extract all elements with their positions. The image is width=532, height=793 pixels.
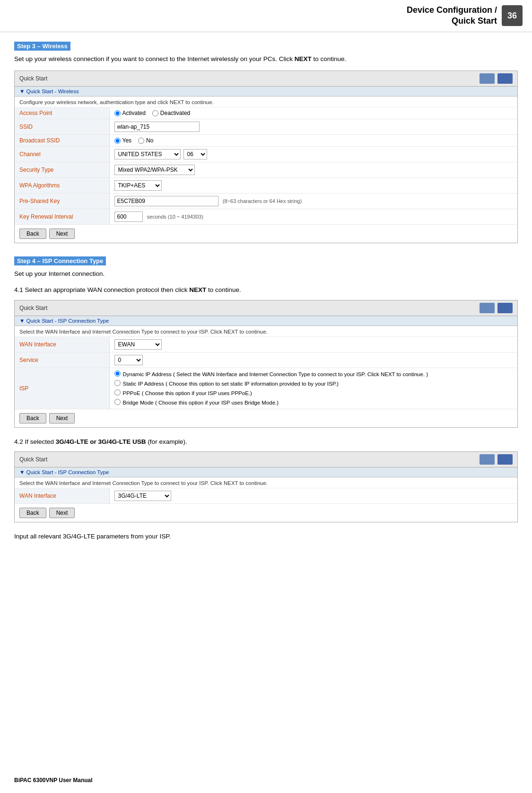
step41-next-button[interactable]: Next: [49, 413, 75, 423]
security-type-select[interactable]: Mixed WPA2/WPA-PSK: [114, 165, 195, 175]
isp-option-static[interactable]: Static IP Address ( Choose this option t…: [114, 380, 513, 388]
field-label-key-renewal: Key Renewal Interval: [15, 209, 109, 225]
step41-back-button[interactable]: Back: [19, 413, 46, 423]
sub41-description: 4.1 Select an appropriate WAN connection…: [14, 285, 518, 295]
field-value-service: 0: [109, 352, 517, 368]
step3-panel-title: Quick Start: [19, 75, 47, 82]
step41-panel-title: Quick Start: [19, 305, 47, 311]
field-value-wpa-algorithms: TKIP+AES: [109, 178, 517, 194]
step42-form-table: WAN Interface 3G/4G-LTE: [15, 488, 517, 504]
table-row: SSID: [15, 119, 517, 135]
radio-no-input[interactable]: [138, 138, 144, 144]
table-row: Access Point Activated Deactivated: [15, 107, 517, 119]
step3-form-table: Access Point Activated Deactivated: [15, 107, 517, 225]
page-footer: BiPAC 6300VNP User Manual: [14, 777, 93, 784]
pre-shared-key-hint: (8~63 characters or 64 Hex string): [223, 198, 302, 204]
main-content: Step 3 – Wireless Set up your wireless c…: [0, 32, 532, 569]
field-label-wpa-algorithms: WPA Algorithms: [15, 178, 109, 194]
wan-interface-42-select[interactable]: 3G/4G-LTE: [114, 491, 171, 501]
step3-section: Step 3 – Wireless Set up your wireless c…: [14, 42, 518, 243]
step4-panel-2: Quick Start ▼ Quick Start - ISP Connecti…: [14, 451, 518, 522]
step3-panel-titlebar: Quick Start: [15, 71, 517, 87]
step3-back-button[interactable]: Back: [19, 229, 46, 239]
isp-option-dynamic[interactable]: Dynamic IP Address ( Select the WAN Inte…: [114, 370, 513, 378]
field-value-channel: UNITED STATES 06: [109, 147, 517, 162]
isp-option-bridge[interactable]: Bridge Mode ( Choose this option if your…: [114, 399, 513, 406]
step3-panel: Quick Start ▼ Quick Start - Wireless Con…: [14, 70, 518, 243]
field-label-channel: Channel: [15, 147, 109, 162]
channel-number-select[interactable]: 06: [183, 149, 207, 159]
field-value-pre-shared-key: (8~63 characters or 64 Hex string): [109, 194, 517, 209]
field-label-wan-interface-42: WAN Interface: [15, 488, 109, 504]
titlebar41-icon-2: [497, 303, 513, 313]
step42-panel-title: Quick Start: [19, 456, 47, 463]
field-label-ssid: SSID: [15, 119, 109, 135]
step41-panel-inner-header: ▼ Quick Start - ISP Connection Type: [15, 316, 517, 326]
radio-deactivated[interactable]: Deactivated: [152, 110, 190, 116]
isp-bridge-radio[interactable]: [114, 399, 121, 405]
step42-back-button[interactable]: Back: [19, 508, 46, 518]
isp-options: Dynamic IP Address ( Select the WAN Inte…: [114, 370, 513, 406]
step42-panel-subtitle: Select the WAN Interface and Internet Co…: [15, 477, 517, 488]
table-row: ISP Dynamic IP Address ( Select the WAN …: [15, 368, 517, 409]
channel-country-select[interactable]: UNITED STATES: [114, 149, 181, 159]
isp-option-pppoe[interactable]: PPPoE ( Choose this option if your ISP u…: [114, 389, 513, 397]
step4-heading: Step 4 – ISP Connection Type: [14, 256, 106, 265]
panel42-titlebar-icons: [480, 454, 513, 465]
isp-static-radio[interactable]: [114, 380, 121, 386]
page-title: Device Configuration / Quick Start: [407, 5, 497, 27]
table-row: Channel UNITED STATES 06: [15, 147, 517, 162]
titlebar41-icon-1: [480, 303, 495, 313]
radio-activated[interactable]: Activated: [114, 110, 146, 116]
pre-shared-key-input[interactable]: [114, 196, 218, 206]
channel-group: UNITED STATES 06: [114, 149, 513, 159]
wpa-algorithms-select[interactable]: TKIP+AES: [114, 180, 162, 191]
step41-panel-subtitle: Select the WAN Interface and Internet Co…: [15, 326, 517, 337]
step3-panel-subtitle: Configure your wireless network, authent…: [15, 97, 517, 107]
step4-panel-1: Quick Start ▼ Quick Start - ISP Connecti…: [14, 300, 518, 428]
radio-activated-input[interactable]: [114, 110, 121, 116]
radio-deactivated-input[interactable]: [152, 110, 158, 116]
table-row: WPA Algorithms TKIP+AES: [15, 178, 517, 194]
field-value-key-renewal: seconds (10 ~ 4194303): [109, 209, 517, 225]
field-label-access-point: Access Point: [15, 107, 109, 119]
titlebar-icon-2: [497, 73, 513, 84]
radio-yes[interactable]: Yes: [114, 137, 132, 144]
field-label-service: Service: [15, 352, 109, 368]
step42-panel-inner-header: ▼ Quick Start - ISP Connection Type: [15, 467, 517, 477]
titlebar42-icon-1: [480, 454, 495, 465]
field-label-security-type: Security Type: [15, 162, 109, 178]
wan-interface-select[interactable]: EWAN: [114, 339, 162, 350]
isp-dynamic-radio[interactable]: [114, 370, 121, 377]
field-value-ssid: [109, 119, 517, 135]
key-renewal-hint: seconds (10 ~ 4194303): [147, 214, 203, 220]
broadcast-ssid-radio-group: Yes No: [114, 137, 513, 144]
field-value-broadcast-ssid: Yes No: [109, 135, 517, 147]
isp-pppoe-radio[interactable]: [114, 389, 121, 396]
field-label-pre-shared-key: Pre-Shared Key: [15, 194, 109, 209]
titlebar42-icon-2: [497, 454, 513, 465]
step41-form-table: WAN Interface EWAN Service 0: [15, 337, 517, 409]
step4-description: Set up your Internet connection.: [14, 269, 518, 279]
table-row: Pre-Shared Key (8~63 characters or 64 He…: [15, 194, 517, 209]
key-renewal-input[interactable]: [114, 211, 143, 222]
field-value-isp: Dynamic IP Address ( Select the WAN Inte…: [109, 368, 517, 409]
step3-description: Set up your wireless connection if you w…: [14, 54, 518, 64]
table-row: WAN Interface 3G/4G-LTE: [15, 488, 517, 504]
step4-section: Step 4 – ISP Connection Type Set up your…: [14, 256, 518, 541]
table-row: WAN Interface EWAN: [15, 337, 517, 352]
step42-next-button[interactable]: Next: [49, 508, 75, 518]
field-label-isp: ISP: [15, 368, 109, 409]
radio-yes-input[interactable]: [114, 138, 121, 144]
field-value-wan-interface: EWAN: [109, 337, 517, 352]
service-select[interactable]: 0: [114, 355, 143, 365]
panel-titlebar-icons: [480, 73, 513, 84]
table-row: Service 0: [15, 352, 517, 368]
access-point-radio-group: Activated Deactivated: [114, 110, 513, 116]
ssid-input[interactable]: [114, 122, 200, 132]
field-value-security-type: Mixed WPA2/WPA-PSK: [109, 162, 517, 178]
titlebar-icon-1: [480, 73, 495, 84]
radio-no[interactable]: No: [138, 137, 153, 144]
field-label-wan-interface: WAN Interface: [15, 337, 109, 352]
step3-next-button[interactable]: Next: [49, 229, 75, 239]
